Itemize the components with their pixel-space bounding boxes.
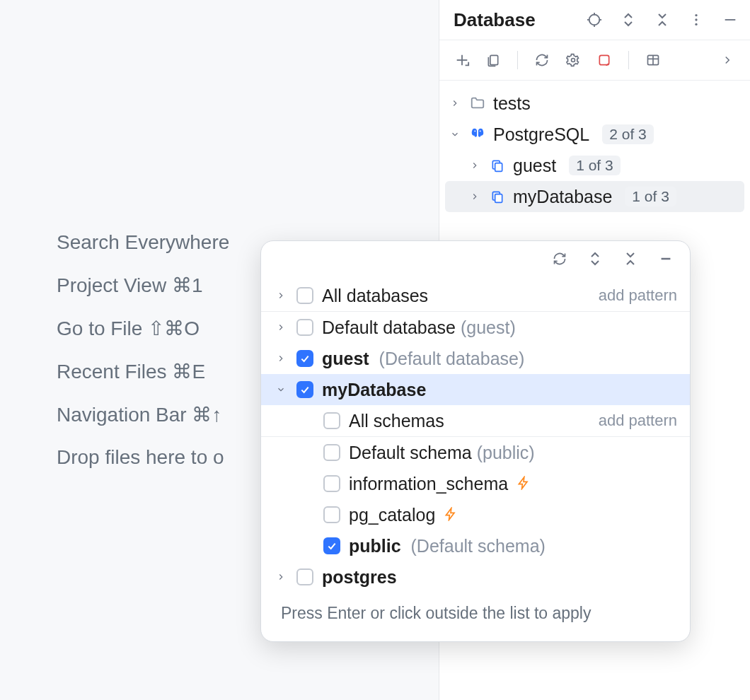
checkbox[interactable] (296, 319, 313, 336)
checkbox[interactable] (323, 506, 340, 523)
checkbox[interactable] (323, 412, 340, 429)
database-title: Database (454, 9, 536, 31)
svg-point-6 (695, 18, 697, 21)
row-public[interactable]: public (Default schema) (261, 530, 690, 561)
row-pg-catalog[interactable]: pg_catalog (261, 499, 690, 530)
count-badge: 2 of 3 (602, 124, 654, 144)
collapse-all-icon[interactable] (621, 249, 640, 269)
row-mydatabase[interactable]: myDatabase (261, 374, 690, 405)
database-tree: tests PostgreSQL 2 of 3 guest (439, 81, 750, 219)
svg-rect-20 (495, 163, 502, 172)
refresh-icon[interactable] (532, 50, 552, 70)
minimize-icon[interactable] (720, 10, 740, 30)
row-all-databases[interactable]: All databases add pattern (261, 280, 690, 312)
stop-icon[interactable] (594, 50, 614, 70)
popup-hint: Press Enter or click outside the list to… (261, 593, 690, 641)
checkbox[interactable] (323, 475, 340, 492)
database-toolbar (439, 40, 750, 81)
add-pattern-link[interactable]: add pattern (599, 412, 677, 430)
checkbox[interactable] (323, 444, 340, 461)
row-label: public (Default schema) (349, 536, 546, 556)
more-icon[interactable] (686, 10, 706, 30)
tree-item-label: myDatabase (513, 187, 612, 207)
chevron-right-icon (274, 322, 288, 332)
svg-point-18 (480, 131, 481, 132)
svg-rect-11 (490, 55, 498, 64)
svg-point-0 (589, 15, 600, 25)
checkbox[interactable] (296, 350, 313, 367)
table-icon[interactable] (643, 50, 663, 70)
checkbox[interactable] (296, 381, 313, 398)
schema-selection-popup: All databases add pattern Default databa… (260, 240, 691, 642)
chevron-right-icon (468, 161, 482, 170)
chevron-right-icon (448, 98, 462, 108)
row-default-database[interactable]: Default database (guest) (261, 312, 690, 343)
tree-item-mydatabase[interactable]: myDatabase 1 of 3 (445, 181, 744, 212)
row-label: pg_catalog (349, 505, 435, 525)
add-icon[interactable] (452, 50, 472, 70)
chevron-right-icon (274, 291, 288, 301)
svg-rect-22 (495, 194, 502, 203)
popup-toolbar (261, 241, 690, 277)
checkbox[interactable] (323, 537, 340, 554)
count-badge: 1 of 3 (625, 187, 676, 206)
row-label: postgres (322, 567, 397, 588)
popup-tree: All databases add pattern Default databa… (261, 277, 690, 593)
target-icon[interactable] (584, 10, 604, 30)
chevron-right-icon[interactable] (717, 50, 737, 70)
checkbox[interactable] (296, 287, 313, 304)
row-label: All databases (322, 286, 428, 306)
tree-item-tests[interactable]: tests (439, 88, 750, 119)
row-label: information_schema (349, 474, 508, 494)
expand-collapse-icon[interactable] (618, 10, 638, 30)
refresh-icon[interactable] (550, 249, 570, 269)
svg-rect-13 (599, 55, 608, 64)
database-header: Database (439, 0, 750, 40)
database-icon (489, 157, 506, 174)
row-default-schema[interactable]: Default schema (public) (261, 437, 690, 468)
row-all-schemas[interactable]: All schemas add pattern (261, 405, 690, 437)
tree-item-postgresql[interactable]: PostgreSQL 2 of 3 (439, 119, 750, 150)
bolt-icon (444, 505, 458, 525)
chevron-right-icon (274, 572, 288, 582)
row-label: Default schema (public) (349, 443, 535, 463)
tree-item-label: PostgreSQL (493, 124, 589, 145)
row-guest[interactable]: guest (Default database) (261, 343, 690, 374)
row-label: myDatabase (322, 380, 426, 400)
tree-item-label: tests (493, 93, 531, 114)
settings-icon[interactable] (563, 50, 583, 70)
svg-point-12 (572, 59, 575, 62)
row-label: guest (Default database) (322, 349, 524, 369)
toolbar-separator (628, 51, 629, 69)
svg-point-17 (474, 131, 475, 132)
row-information-schema[interactable]: information_schema (261, 468, 690, 499)
toolbar-separator (517, 51, 518, 69)
chevron-down-icon (448, 129, 462, 139)
bolt-icon (517, 474, 531, 494)
add-pattern-link[interactable]: add pattern (599, 286, 677, 305)
database-icon (489, 188, 506, 205)
chevron-right-icon (274, 354, 288, 363)
row-label: Default database (guest) (322, 317, 516, 338)
minimize-icon[interactable] (656, 249, 676, 269)
folder-icon (469, 95, 486, 112)
svg-point-5 (695, 14, 697, 16)
checkbox[interactable] (296, 568, 313, 585)
count-badge: 1 of 3 (569, 156, 621, 175)
svg-point-7 (695, 23, 697, 25)
tree-item-label: guest (513, 156, 556, 176)
copy-icon[interactable] (483, 50, 503, 70)
row-postgres[interactable]: postgres (261, 561, 690, 593)
chevron-down-icon (274, 385, 288, 395)
expand-collapse-icon[interactable] (585, 249, 605, 269)
postgresql-icon (469, 126, 486, 143)
collapse-all-icon[interactable] (652, 10, 672, 30)
row-label: All schemas (349, 411, 444, 431)
chevron-right-icon (468, 192, 482, 202)
tree-item-guest[interactable]: guest 1 of 3 (439, 150, 750, 181)
